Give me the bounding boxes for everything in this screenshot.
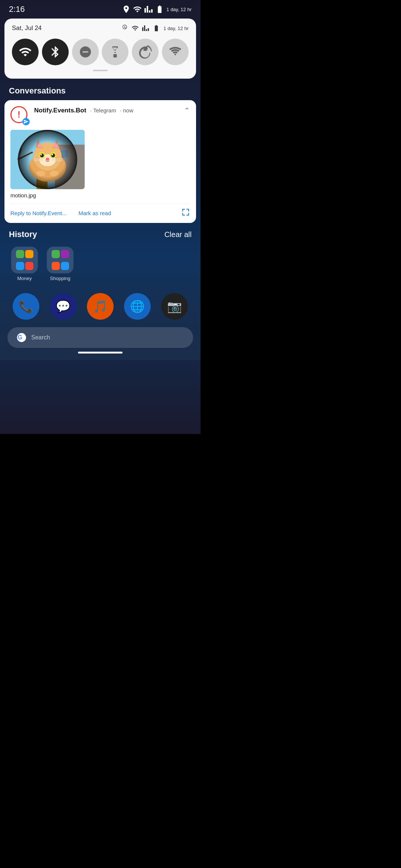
app-folders: Money Shopping	[0, 243, 200, 285]
battery-icon-qs	[152, 24, 160, 32]
phone-app[interactable]: 📞	[13, 293, 39, 320]
folder-dot	[61, 250, 69, 258]
notif-app-name: Notify.Events.Bot	[34, 107, 86, 114]
flashlight-toggle-icon	[108, 45, 122, 59]
home-indicator	[78, 352, 123, 354]
folder-dot	[16, 250, 24, 258]
svg-text:G: G	[18, 334, 22, 341]
qs-handle	[93, 70, 108, 71]
notif-title-row: Notify.Events.Bot · Telegram · now ⌃	[34, 106, 190, 115]
qs-status-right: 1 day, 12 hr	[121, 24, 189, 32]
notif-meta: Notify.Events.Bot · Telegram · now ⌃	[34, 106, 190, 115]
status-time: 2:16	[9, 4, 25, 14]
folder-dot	[52, 262, 60, 270]
battery-text: 1 day, 12 hr	[166, 7, 192, 12]
camera-app[interactable]: 📷	[161, 293, 188, 320]
folder-dot	[61, 262, 69, 270]
folder-dot	[52, 250, 60, 258]
wifi-toggle-icon	[19, 45, 32, 59]
expand-svg-icon	[181, 208, 190, 217]
battery-text-qs: 1 day, 12 hr	[163, 26, 189, 31]
telegram-icon	[22, 118, 30, 125]
reply-button[interactable]: Reply to Notify.Event...	[10, 210, 66, 216]
qs-top-row: Sat, Jul 24 1 day, 12 hr	[12, 24, 189, 32]
notif-source: · Telegram	[90, 107, 116, 114]
money-folder[interactable]: Money	[11, 247, 38, 281]
bluetooth-toggle-icon	[49, 45, 62, 59]
shopping-folder-label: Shopping	[50, 276, 71, 281]
dnd-toggle-icon	[79, 45, 92, 59]
notif-image	[10, 130, 85, 189]
google-logo: G	[16, 332, 27, 343]
wifi-icon-qs	[131, 24, 139, 32]
history-section: History Clear all	[0, 223, 200, 243]
autorotate-toggle-icon	[138, 45, 152, 59]
music-app[interactable]: 🎵	[87, 293, 114, 320]
notif-title-group: Notify.Events.Bot · Telegram · now	[34, 107, 133, 114]
folder-dot	[25, 250, 33, 258]
status-bar: 2:16 1 day, 12 hr	[0, 0, 200, 17]
app-dock: 📞 💬 🎵 🌐 📷	[0, 289, 200, 324]
folder-dot	[25, 262, 33, 270]
alarm-icon	[122, 5, 131, 14]
signal-icon	[144, 5, 153, 14]
browser-app[interactable]: 🌐	[124, 293, 151, 320]
clear-all-button[interactable]: Clear all	[164, 230, 192, 239]
notification-card: ! Notify.Events.Bot · Telegram · now ⌃	[4, 100, 196, 223]
hotspot-toggle-icon	[169, 45, 182, 59]
notif-collapse-chevron[interactable]: ⌃	[184, 106, 190, 115]
telegram-plane-icon	[23, 119, 29, 124]
wifi-toggle[interactable]	[12, 39, 39, 65]
dnd-toggle[interactable]	[72, 39, 99, 65]
bluetooth-toggle[interactable]	[42, 39, 69, 65]
messages-app[interactable]: 💬	[50, 293, 76, 320]
signal-icon-qs	[142, 24, 149, 32]
alarm-icon-qs	[121, 24, 128, 32]
folder-dot	[16, 262, 24, 270]
status-icons: 1 day, 12 hr	[122, 5, 192, 14]
expand-icon[interactable]	[181, 208, 190, 218]
conversations-label: Conversations	[0, 80, 200, 100]
autorotate-toggle[interactable]	[132, 39, 159, 65]
shopping-folder[interactable]: Shopping	[47, 247, 74, 281]
quick-settings-panel: Sat, Jul 24 1 day, 12 hr	[4, 19, 196, 79]
money-folder-label: Money	[17, 276, 32, 281]
shopping-folder-icon	[47, 247, 74, 273]
flashlight-toggle[interactable]	[102, 39, 128, 65]
mark-as-read-button[interactable]: Mark as read	[78, 210, 111, 216]
search-bar[interactable]: G Search	[7, 327, 193, 348]
notif-time: · now	[120, 107, 133, 114]
qs-date: Sat, Jul 24	[12, 24, 42, 32]
wifi-status-icon	[133, 5, 142, 14]
notif-actions: Reply to Notify.Event... Mark as read	[10, 204, 190, 218]
search-placeholder: Search	[31, 334, 50, 341]
hotspot-toggle[interactable]	[162, 39, 189, 65]
notif-header: ! Notify.Events.Bot · Telegram · now ⌃	[10, 106, 190, 125]
battery-icon	[155, 5, 164, 14]
notif-filename: motion.jpg	[10, 192, 190, 198]
history-label: History	[9, 230, 37, 239]
notif-icon-wrap: !	[10, 106, 30, 125]
money-folder-icon	[11, 247, 38, 273]
qs-toggles	[12, 39, 189, 65]
cat-image-svg	[10, 130, 85, 189]
